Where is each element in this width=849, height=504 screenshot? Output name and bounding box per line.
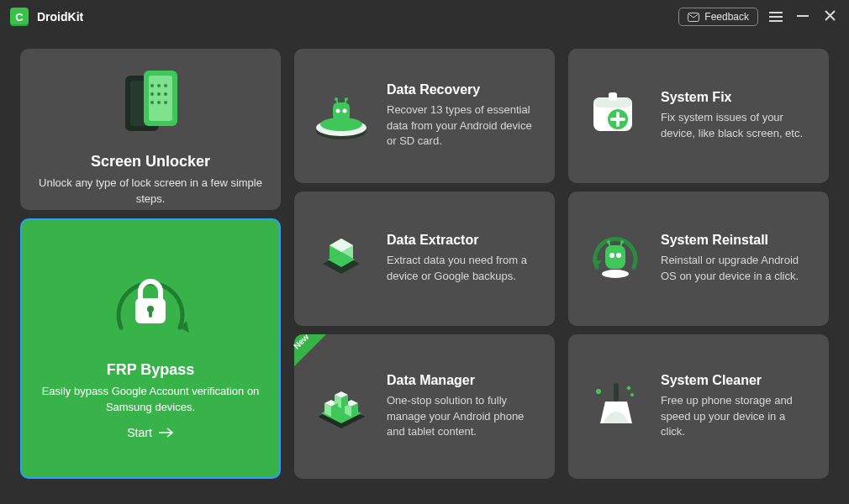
badge-new-label: New: [292, 332, 310, 350]
svg-point-43: [609, 253, 614, 258]
svg-point-49: [602, 270, 629, 278]
svg-point-15: [150, 101, 154, 104]
close-button[interactable]: [820, 10, 839, 24]
card-system-fix[interactable]: System Fix Fix system issues of your dev…: [568, 49, 829, 183]
badge-new: New: [294, 334, 326, 366]
svg-rect-34: [609, 92, 617, 101]
card-desc: Unlock any type of lock screen in a few …: [37, 176, 264, 207]
svg-point-17: [164, 101, 167, 104]
svg-point-12: [150, 92, 154, 96]
system-fix-icon: [585, 86, 646, 146]
svg-rect-61: [614, 383, 619, 402]
data-manager-icon: [311, 376, 372, 437]
svg-rect-1: [769, 12, 783, 13]
card-desc: Fix system issues of your device, like b…: [661, 110, 812, 142]
svg-point-62: [596, 389, 601, 394]
svg-marker-41: [592, 260, 602, 267]
svg-point-26: [336, 109, 340, 113]
svg-rect-25: [333, 102, 350, 121]
card-system-cleaner[interactable]: System Cleaner Free up phone storage and…: [568, 334, 829, 479]
svg-point-10: [157, 84, 161, 87]
svg-rect-4: [797, 15, 809, 17]
data-extractor-icon: [311, 228, 372, 289]
titlebar: C DroidKit Feedback: [0, 0, 849, 34]
feedback-button[interactable]: Feedback: [678, 8, 758, 26]
card-title: Data Extractor: [387, 233, 538, 248]
card-title: Screen Unlocker: [37, 153, 264, 171]
svg-rect-21: [149, 309, 152, 318]
card-title: Data Manager: [387, 373, 538, 388]
menu-button[interactable]: [767, 9, 785, 24]
start-button[interactable]: Start: [127, 426, 174, 439]
system-reinstall-icon: [585, 228, 646, 289]
frp-bypass-icon: [100, 252, 201, 353]
screen-unlocker-icon: [110, 69, 191, 144]
svg-point-9: [150, 84, 154, 87]
card-screen-unlocker[interactable]: Screen Unlocker Unlock any type of lock …: [20, 49, 281, 210]
card-frp-bypass[interactable]: FRP Bypass Easily bypass Google Account …: [20, 218, 281, 479]
svg-point-13: [157, 92, 161, 96]
card-title: Data Recovery: [387, 82, 538, 97]
card-data-extractor[interactable]: Data Extractor Extract data you need fro…: [294, 192, 555, 326]
data-recovery-icon: [311, 86, 372, 146]
card-data-manager[interactable]: New: [294, 334, 555, 479]
minimize-button[interactable]: [794, 9, 812, 24]
card-desc: Recover 13 types of essential data from …: [387, 102, 538, 150]
card-title: System Cleaner: [661, 373, 812, 388]
card-title: System Fix: [661, 90, 812, 105]
card-desc: Free up phone storage and speed up your …: [661, 393, 812, 441]
svg-point-44: [616, 253, 621, 258]
mail-icon: [688, 13, 699, 22]
card-desc: Extract data you need from a device or G…: [387, 253, 538, 285]
card-title: System Reinstall: [661, 233, 812, 248]
hamburger-icon: [769, 12, 783, 22]
start-label: Start: [127, 426, 152, 439]
card-data-recovery[interactable]: Data Recovery Recover 13 types of essent…: [294, 49, 555, 183]
svg-point-14: [164, 92, 167, 96]
svg-point-16: [157, 101, 161, 104]
svg-rect-42: [605, 245, 625, 269]
svg-rect-2: [769, 16, 783, 18]
system-cleaner-icon: [585, 376, 646, 437]
feedback-label: Feedback: [704, 11, 749, 23]
card-system-reinstall[interactable]: System Reinstall Reinstall or upgrade An…: [568, 192, 829, 326]
minimize-icon: [797, 10, 809, 22]
arrow-right-icon: [159, 428, 174, 438]
svg-rect-3: [769, 20, 783, 22]
card-title: FRP Bypass: [39, 361, 262, 379]
app-title: DroidKit: [37, 10, 83, 24]
svg-point-11: [164, 84, 167, 87]
svg-rect-8: [149, 76, 172, 121]
svg-rect-64: [626, 386, 631, 391]
card-desc: One-stop solution to fully manage your A…: [387, 393, 538, 441]
app-logo-icon: C: [10, 8, 29, 26]
card-desc: Easily bypass Google Account verificatio…: [39, 384, 262, 416]
feature-grid: Screen Unlocker Unlock any type of lock …: [20, 42, 829, 484]
close-icon: [825, 10, 836, 21]
svg-point-27: [343, 109, 347, 113]
svg-point-63: [630, 393, 634, 396]
card-desc: Reinstall or upgrade Android OS on your …: [661, 253, 812, 285]
